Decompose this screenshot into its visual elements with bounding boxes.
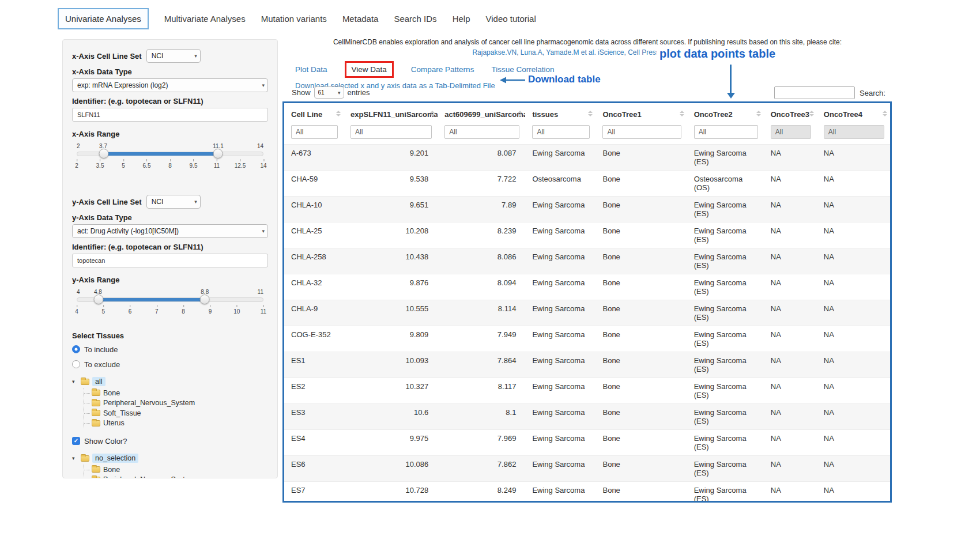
table-cell: Bone — [595, 197, 687, 222]
table-row-es3[interactable]: ES310.68.1Ewing SarcomaBoneEwing Sarcoma… — [284, 404, 890, 430]
table-cell: Ewing Sarcoma — [525, 145, 595, 171]
table-cell: NA — [817, 274, 890, 300]
radio-to-include[interactable]: To include — [72, 344, 268, 355]
table-row-chla-258[interactable]: CHLA-25810.4388.086Ewing SarcomaBoneEwin… — [284, 248, 890, 274]
y-data-type-select[interactable]: act: Drug Activity (-log10[IC50M]) — [72, 224, 268, 238]
nav-item-univariate-analyses[interactable]: Univariate Analyses — [58, 8, 149, 29]
tree-item-uterus[interactable]: Uterus — [84, 418, 268, 429]
left-arrow-icon — [499, 76, 526, 85]
entries-control: Show 61 ▾ entries — [292, 86, 370, 99]
table-row-cha-59[interactable]: CHA-599.5387.722OsteosarcomaBoneOsteosar… — [284, 171, 890, 197]
column-header-oncotree4[interactable]: OncoTree4 — [817, 103, 890, 124]
y-identifier-input[interactable] — [72, 254, 268, 267]
nav-item-help[interactable]: Help — [453, 9, 470, 28]
x-identifier-input[interactable] — [72, 108, 268, 122]
table-row-chla-10[interactable]: CHLA-109.6517.89Ewing SarcomaBoneEwing S… — [284, 197, 890, 222]
folder-icon — [92, 410, 100, 416]
table-row-es6[interactable]: ES610.0867.862Ewing SarcomaBoneEwing Sar… — [284, 456, 890, 482]
filter-input-act609699-unisarcoma[interactable] — [444, 125, 519, 139]
entries-select[interactable]: 61 — [314, 86, 344, 99]
filter-input-oncotree2[interactable] — [694, 125, 758, 139]
column-header-expslfn11-unisarcoma[interactable]: expSLFN11_uniSarcoma — [344, 103, 438, 124]
table-cell: 8.094 — [438, 274, 525, 300]
filter-input-expslfn11-unisarcoma[interactable] — [350, 125, 432, 139]
x-range-min-value: 2 — [77, 143, 80, 149]
show-color-control[interactable]: ✓ Show Color? — [72, 435, 268, 447]
nav-item-metadata[interactable]: Metadata — [342, 9, 379, 28]
table-cell: NA — [764, 482, 817, 503]
nav-item-multivariate-analyses[interactable]: Multivariate Analyses — [164, 9, 246, 28]
tab-plot-data[interactable]: Plot Data — [295, 65, 327, 74]
filter-input-oncotree1[interactable] — [602, 125, 681, 139]
sort-icon — [756, 111, 761, 116]
tree-item-bone[interactable]: Bone — [84, 388, 268, 398]
table-row-chla-25[interactable]: CHLA-2510.2088.239Ewing SarcomaBoneEwing… — [284, 222, 890, 248]
x-cell-line-set-select[interactable]: NCI — [146, 49, 201, 63]
table-cell: Ewing Sarcoma (ES) — [687, 482, 764, 503]
table-cell: ES4 — [284, 430, 344, 456]
show-label: Show — [292, 88, 311, 97]
slider-tick-label: 12.5 — [235, 163, 246, 169]
table-cell: ES3 — [284, 404, 344, 430]
tree-item-peripheral-nervous-system[interactable]: Peripheral_Nervous_System — [84, 398, 268, 409]
table-row-cog-e-352[interactable]: COG-E-3529.8097.949Ewing SarcomaBoneEwin… — [284, 326, 890, 352]
slider-tick-label: 10 — [233, 308, 240, 315]
table-row-a-673[interactable]: A-6739.2018.087Ewing SarcomaBoneEwing Sa… — [284, 145, 890, 171]
column-header-oncotree3[interactable]: OncoTree3 — [764, 103, 817, 124]
nav-item-mutation-variants[interactable]: Mutation variants — [261, 9, 327, 28]
nav-item-video-tutorial[interactable]: Video tutorial — [485, 9, 536, 28]
tree-item-peripheral-nervous-system[interactable]: Peripheral_Nervous_System — [84, 475, 268, 479]
tab-view-data[interactable]: View Data — [345, 61, 394, 78]
y-range-track[interactable] — [77, 297, 263, 302]
table-row-es7[interactable]: ES710.7288.249Ewing SarcomaBoneEwing Sar… — [284, 482, 890, 503]
x-data-type-select[interactable]: exp: mRNA Expression (log2) — [72, 78, 268, 92]
filter-input-cell-line[interactable] — [291, 125, 338, 139]
tree-root-all[interactable]: ▾ all — [72, 376, 268, 387]
filter-input-oncotree3[interactable] — [771, 125, 811, 139]
column-header-label: OncoTree1 — [602, 110, 641, 119]
table-cell: Ewing Sarcoma (ES) — [687, 248, 764, 274]
table-row-es1[interactable]: ES110.0937.864Ewing SarcomaBoneEwing Sar… — [284, 352, 890, 378]
down-arrow-icon — [730, 65, 732, 93]
slider-tick-label: 3.5 — [96, 163, 104, 169]
table-cell: NA — [817, 404, 890, 430]
table-cell: 8.086 — [438, 248, 525, 274]
y-cell-line-set-select[interactable]: NCI — [146, 195, 201, 209]
x-range-handle-low[interactable] — [99, 149, 108, 158]
column-header-cell-line[interactable]: Cell Line — [284, 103, 344, 124]
y-range-handle-low[interactable] — [93, 295, 103, 304]
table-cell: NA — [817, 352, 890, 378]
include-tissue-tree: ▾ all BonePeripheral_Nervous_SystemSoft_… — [72, 376, 268, 428]
table-row-chla-32[interactable]: CHLA-329.8768.094Ewing SarcomaBoneEwing … — [284, 274, 890, 300]
x-range-track[interactable] — [77, 152, 263, 156]
tree-item-soft-tissue[interactable]: Soft_Tissue — [84, 408, 268, 418]
table-row-es4[interactable]: ES49.9757.969Ewing SarcomaBoneEwing Sarc… — [284, 430, 890, 456]
column-header-tissues[interactable]: tissues — [525, 103, 595, 124]
table-cell: NA — [817, 482, 890, 503]
table-row-es2[interactable]: ES210.3278.117Ewing SarcomaBoneEwing Sar… — [284, 378, 890, 404]
x-cell-line-set-label: x-Axis Cell Line Set — [72, 52, 142, 61]
search-input[interactable] — [774, 86, 855, 99]
tab-tissue-correlation[interactable]: Tissue Correlation — [491, 65, 554, 74]
table-cell: Ewing Sarcoma — [525, 456, 595, 482]
radio-to-exclude[interactable]: To exclude — [72, 358, 268, 370]
table-row-chla-9[interactable]: CHLA-910.5558.114Ewing SarcomaBoneEwing … — [284, 300, 890, 326]
column-header-oncotree2[interactable]: OncoTree2 — [687, 103, 764, 124]
table-cell: Bone — [595, 456, 687, 482]
tree-root-no-selection[interactable]: ▾ no_selection — [72, 452, 268, 464]
citation-line-2[interactable]: Rajapakse.VN, Luna.A, Yamade.M et al. iS… — [284, 48, 891, 56]
column-header-oncotree1[interactable]: OncoTree1 — [595, 103, 687, 124]
filter-input-tissues[interactable] — [532, 125, 590, 139]
y-range-handle-high[interactable] — [199, 295, 209, 304]
tab-compare-patterns[interactable]: Compare Patterns — [411, 65, 474, 74]
table-cell: NA — [817, 222, 890, 248]
column-header-act609699-unisarcoma[interactable]: act609699_uniSarcoma — [438, 103, 525, 124]
x-range-handle-high[interactable] — [213, 149, 223, 158]
slider-tick-label: 11 — [214, 163, 220, 169]
filter-input-oncotree4[interactable] — [824, 125, 884, 139]
slider-tick-label: 6 — [129, 308, 132, 315]
nav-item-search-ids[interactable]: Search IDs — [394, 9, 436, 28]
column-header-label: OncoTree4 — [824, 110, 862, 119]
tree-item-bone[interactable]: Bone — [84, 465, 268, 475]
table-cell: CHLA-9 — [284, 300, 344, 326]
